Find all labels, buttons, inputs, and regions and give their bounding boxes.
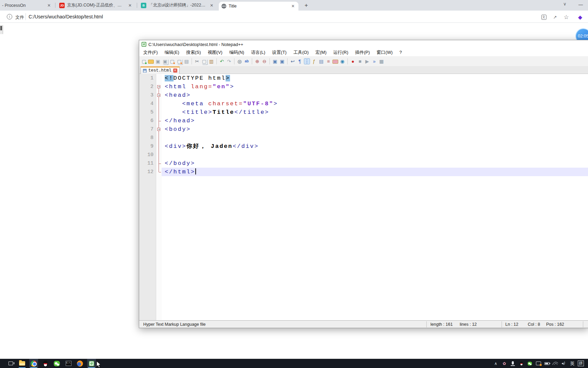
menu-item-3[interactable]: 视图(V)	[204, 48, 226, 57]
menu-item-11[interactable]: 窗口(W)	[373, 48, 396, 57]
browser-tab-2[interactable]: B「北京ui设计师招聘」-2022年北…✕	[138, 0, 217, 11]
tab-close-icon[interactable]: ✕	[209, 3, 214, 8]
fold-margin[interactable]	[156, 82, 162, 91]
code-text[interactable]: <!DOCTYPE html>	[162, 74, 588, 82]
macro-play-icon[interactable]: ▶	[364, 58, 370, 64]
tray-volume-icon[interactable]	[561, 359, 567, 368]
tray-battery-icon[interactable]	[544, 359, 550, 368]
undo-icon[interactable]: ↶	[219, 58, 225, 64]
tray-flower-app-icon[interactable]: ✿	[501, 359, 507, 368]
tray-ime-mode[interactable]: 拼	[578, 359, 584, 368]
doc-map-icon[interactable]: ▤	[318, 58, 324, 64]
code-text[interactable]: </html>	[162, 168, 588, 176]
menu-item-4[interactable]: 编码(N)	[226, 48, 248, 57]
paste-icon[interactable]: ▥	[208, 58, 214, 64]
save-icon[interactable]: ▣	[155, 58, 161, 64]
zoom-out-icon[interactable]: ⊖	[261, 58, 267, 64]
macro-record-icon[interactable]: ●	[350, 58, 356, 64]
tray-qq-tray-icon[interactable]	[518, 359, 524, 368]
word-wrap-icon[interactable]: ↩	[290, 58, 296, 64]
close-all-icon[interactable]: ▢	[176, 58, 182, 64]
folder-as-workspace-icon[interactable]	[332, 60, 338, 64]
code-text[interactable]: <head>	[162, 91, 588, 99]
tab-close-icon[interactable]: ✕	[290, 4, 296, 9]
replace-icon[interactable]: ab	[244, 58, 250, 64]
new-tab-button[interactable]: +	[302, 1, 310, 10]
taskbar-cmd-icon[interactable]: C:\	[64, 359, 73, 368]
redo-icon[interactable]: ↷	[226, 58, 232, 64]
translate-icon[interactable]: 文	[541, 14, 547, 20]
code-text[interactable]: </head>	[162, 117, 588, 125]
code-text[interactable]	[162, 134, 588, 142]
code-text[interactable]: <body>	[162, 125, 588, 134]
taskbar-firefox-icon[interactable]	[76, 359, 84, 368]
save-all-icon[interactable]: ▣	[162, 58, 168, 64]
code-text[interactable]: </body>	[162, 159, 588, 168]
notepadpp-title-bar[interactable]: C:\Users\wuchao\Desktop\test.html - Note…	[139, 40, 588, 48]
taskbar-chrome-icon[interactable]	[29, 359, 38, 368]
menu-item-8[interactable]: 宏(M)	[312, 48, 330, 57]
taskbar-notepad-plus-plus-icon[interactable]	[87, 359, 96, 368]
document-tab-testhtml[interactable]: test.html ✕	[141, 67, 180, 74]
code-text[interactable]: <meta charset="UTF-8">	[162, 99, 588, 108]
print-icon[interactable]: ▤	[183, 58, 190, 64]
copy-icon[interactable]: ▢	[201, 58, 207, 64]
tray-wechat-tray-icon[interactable]	[527, 359, 533, 368]
url-text[interactable]: C:/Users/wuchao/Desktop/test.html	[29, 14, 103, 19]
share-icon[interactable]: ↗	[552, 14, 558, 20]
tray-screencast-icon[interactable]	[535, 359, 541, 368]
browser-tab-1[interactable]: JD京东(JD.COM)-正品低价、品质…✕	[56, 0, 135, 11]
taskbar-file-explorer-icon[interactable]	[18, 359, 27, 368]
bookmark-star-icon[interactable]: ☆	[563, 14, 569, 20]
tab-search-chevron-icon[interactable]: ∨	[563, 1, 567, 6]
monitoring-icon[interactable]: ◉	[339, 58, 345, 64]
macro-save-icon[interactable]: ▦	[378, 58, 385, 64]
tray-ime-language[interactable]: 英	[569, 359, 575, 368]
menu-item-9[interactable]: 运行(R)	[330, 48, 352, 57]
find-icon[interactable]: ◎	[236, 58, 243, 64]
show-all-chars-icon[interactable]: ¶	[297, 58, 303, 64]
menu-item-12[interactable]: ?	[396, 49, 405, 56]
taskbar-task-view-icon[interactable]	[6, 359, 15, 368]
page-info-icon[interactable]: i	[7, 14, 12, 19]
macro-run-multiple-icon[interactable]: »	[371, 58, 377, 64]
new-file-icon[interactable]: ▢	[141, 58, 147, 64]
sync-scroll-v-icon[interactable]: ▣	[272, 58, 278, 64]
function-list-icon[interactable]: ƒ	[311, 58, 317, 64]
menu-item-1[interactable]: 编辑(E)	[161, 48, 183, 57]
sync-scroll-h-icon[interactable]: ▣	[279, 58, 285, 64]
menu-item-10[interactable]: 插件(P)	[352, 48, 373, 57]
tab-close-icon[interactable]: ✕	[127, 3, 133, 8]
menu-item-2[interactable]: 搜索(S)	[183, 48, 204, 57]
fold-collapse-box-icon[interactable]	[157, 128, 160, 131]
code-text[interactable]	[162, 151, 588, 159]
code-text[interactable]: <title>Title</title>	[162, 108, 588, 117]
window-minimize-button[interactable]: —	[578, 2, 583, 7]
fold-margin[interactable]	[156, 125, 162, 134]
fold-margin[interactable]	[156, 91, 162, 99]
code-text[interactable]: <div>你好， Jaden</div>	[162, 142, 588, 151]
document-tab-close-icon[interactable]: ✕	[173, 68, 177, 73]
tray-hidden-icons-chevron-icon[interactable]: ∧	[493, 359, 499, 368]
menu-item-5[interactable]: 语言(L)	[248, 48, 269, 57]
zoom-in-icon[interactable]: ⊕	[254, 58, 260, 64]
cut-icon[interactable]: ✂	[194, 58, 200, 64]
macro-stop-icon[interactable]: ■	[357, 58, 363, 64]
taskbar-wechat-icon[interactable]	[52, 359, 61, 368]
doc-list-icon[interactable]: ≡	[325, 58, 331, 64]
fold-collapse-box-icon[interactable]	[157, 85, 160, 88]
fold-collapse-box-icon[interactable]	[157, 94, 160, 97]
tray-microphone-icon[interactable]	[510, 359, 516, 368]
extension-icon[interactable]: ◆	[577, 14, 583, 20]
code-text[interactable]: <html lang="en">	[162, 82, 588, 91]
code-editor[interactable]: 1<!DOCTYPE html>2<html lang="en">3<head>…	[139, 74, 588, 320]
tab-close-icon[interactable]: ✕	[46, 3, 52, 8]
open-icon[interactable]	[148, 60, 154, 64]
menu-item-0[interactable]: 文件(F)	[140, 48, 161, 57]
indent-guide-icon[interactable]: ⋮	[304, 58, 310, 64]
menu-item-7[interactable]: 工具(O)	[290, 48, 312, 57]
menu-item-6[interactable]: 设置(T)	[269, 48, 290, 57]
browser-tab-0[interactable]: - ProcessOn✕	[0, 0, 54, 11]
taskbar-qq-icon[interactable]	[41, 359, 50, 368]
browser-tab-3[interactable]: Title✕	[219, 2, 298, 11]
